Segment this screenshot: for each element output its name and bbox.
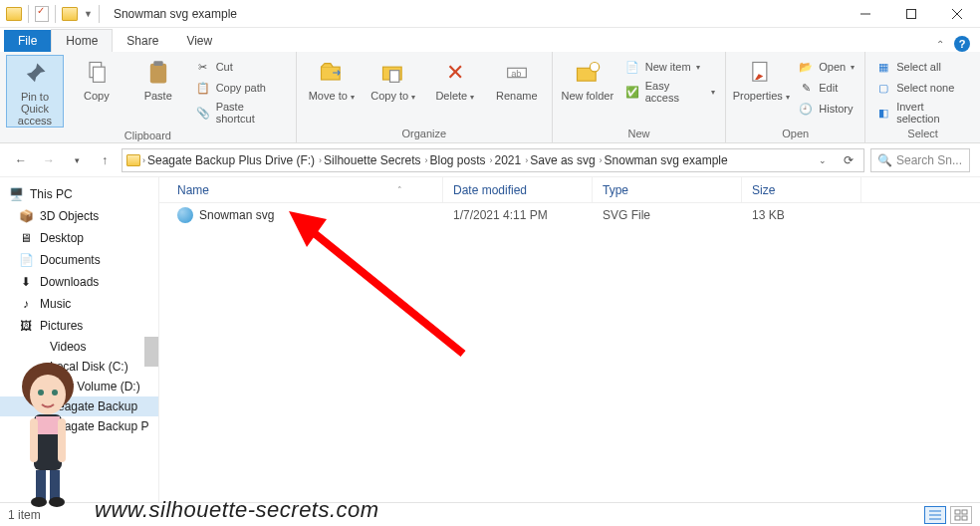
open-icon: 📂 [798, 59, 814, 75]
select-group-label: Select [871, 126, 974, 142]
select-none-button[interactable]: ▢Select none [871, 79, 974, 97]
column-type[interactable]: Type [593, 177, 742, 202]
copy-to-button[interactable]: Copy to ▾ [365, 55, 422, 102]
column-size[interactable]: Size [742, 177, 861, 202]
paste-shortcut-button[interactable]: 📎Paste shortcut [191, 100, 290, 126]
tree-item[interactable]: Local Disk (C:) [0, 357, 158, 377]
app-icon [6, 7, 22, 21]
breadcrumb[interactable]: Seagate Backup Plus Drive (F:)› [147, 153, 322, 167]
breadcrumb[interactable]: Save as svg› [530, 153, 602, 167]
tree-item[interactable]: 📄Documents [0, 249, 158, 271]
svg-point-14 [590, 63, 599, 72]
address-bar[interactable]: › Seagate Backup Plus Drive (F:)› Silhou… [122, 148, 864, 172]
forward-button[interactable]: → [38, 149, 60, 171]
search-input[interactable]: 🔍 Search Sn... [870, 148, 970, 172]
rename-icon: ab [503, 59, 531, 87]
file-name: Snowman svg [199, 208, 274, 222]
separator [99, 5, 100, 23]
minimize-button[interactable] [843, 0, 888, 28]
move-to-icon [318, 59, 346, 87]
paste-label: Paste [144, 90, 172, 102]
breadcrumb[interactable]: Snowman svg example [605, 153, 728, 167]
delete-button[interactable]: ✕ Delete ▾ [426, 55, 484, 102]
invert-selection-button[interactable]: ◧Invert selection [871, 100, 974, 126]
copy-path-icon: 📋 [195, 80, 211, 96]
edit-icon: ✎ [798, 80, 814, 96]
copy-to-label: Copy to ▾ [370, 90, 415, 102]
refresh-button[interactable]: ⟳ [838, 149, 859, 171]
file-type: SVG File [593, 208, 742, 222]
back-button[interactable]: ← [10, 149, 32, 171]
properties-label: Properties ▾ [733, 90, 790, 102]
address-dropdown-icon[interactable]: ⌄ [812, 149, 834, 171]
select-all-button[interactable]: ▦Select all [871, 58, 974, 76]
new-folder-button[interactable]: New folder [559, 55, 616, 102]
svg-rect-22 [962, 516, 967, 520]
details-view-button[interactable] [924, 506, 946, 524]
recent-locations-button[interactable]: ▾ [66, 149, 88, 171]
copy-label: Copy [84, 90, 110, 102]
edit-button[interactable]: ✎Edit [794, 79, 858, 97]
tree-item[interactable]: 🖥Desktop [0, 227, 158, 249]
desktop-icon: 🖥 [18, 230, 34, 246]
tree-item[interactable]: Seagate Backup [0, 396, 158, 416]
file-icon [177, 207, 193, 223]
tree-item[interactable]: ♪Music [0, 293, 158, 315]
tree-item[interactable]: Videos [0, 337, 158, 357]
properties-icon [747, 59, 775, 87]
svg-rect-6 [150, 64, 166, 84]
rename-button[interactable]: ab Rename [488, 55, 546, 102]
qat-properties-icon[interactable] [35, 6, 49, 22]
copy-path-button[interactable]: 📋Copy path [191, 79, 290, 97]
thumbnails-view-button[interactable] [950, 506, 972, 524]
pin-to-quick-access-button[interactable]: Pin to Quick access [6, 55, 64, 128]
move-to-button[interactable]: Move to ▾ [303, 55, 361, 102]
tab-home[interactable]: Home [51, 29, 113, 52]
file-row[interactable]: Snowman svg 1/7/2021 4:11 PM SVG File 13… [159, 203, 980, 227]
pin-icon [21, 60, 49, 88]
select-all-icon: ▦ [875, 59, 891, 75]
window-title: Snowman svg example [106, 7, 237, 21]
tab-file[interactable]: File [4, 30, 51, 52]
maximize-button[interactable] [888, 0, 934, 28]
tree-item[interactable]: ⬇Downloads [0, 271, 158, 293]
cut-button[interactable]: ✂Cut [191, 58, 290, 76]
file-list[interactable]: Name˄ Date modified Type Size Snowman sv… [159, 177, 980, 506]
scrollbar-thumb[interactable] [144, 337, 158, 367]
tree-item[interactable]: 📦3D Objects [0, 205, 158, 227]
breadcrumb[interactable]: 2021› [495, 153, 529, 167]
history-button[interactable]: 🕘History [794, 100, 858, 118]
clipboard-group-label: Clipboard [6, 128, 290, 144]
column-name[interactable]: Name˄ [159, 177, 443, 202]
tree-item[interactable]: New Volume (D:) [0, 377, 158, 396]
column-date[interactable]: Date modified [443, 177, 593, 202]
close-button[interactable] [934, 0, 980, 28]
breadcrumb[interactable]: Silhouette Secrets› [324, 153, 427, 167]
up-button[interactable]: ↑ [94, 149, 116, 171]
paste-button[interactable]: Paste [129, 55, 187, 102]
qat-new-folder-icon[interactable] [62, 7, 78, 21]
properties-button[interactable]: Properties ▾ [732, 55, 790, 102]
tree-item[interactable]: 🖼Pictures [0, 315, 158, 337]
navigation-pane[interactable]: 🖥️ This PC 📦3D Objects 🖥Desktop 📄Documen… [0, 177, 159, 506]
svg-text:ab: ab [511, 69, 521, 79]
qat-customize-icon[interactable]: ▼ [84, 9, 93, 19]
help-icon[interactable]: ? [954, 36, 970, 52]
history-icon: 🕘 [798, 101, 814, 117]
documents-icon: 📄 [18, 252, 34, 268]
open-group-label: Open [732, 126, 858, 142]
new-item-button[interactable]: 📄New item ▾ [620, 58, 720, 76]
copy-button[interactable]: Copy [68, 55, 125, 102]
ribbon-collapse-icon[interactable]: ⌃ [936, 39, 944, 50]
easy-access-button[interactable]: ✅Easy access ▾ [620, 79, 720, 105]
chevron-right-icon[interactable]: › [142, 155, 145, 165]
pictures-icon: 🖼 [18, 318, 34, 334]
breadcrumb[interactable]: Blog posts› [429, 153, 492, 167]
separator [28, 5, 29, 23]
tab-view[interactable]: View [172, 30, 226, 52]
tree-item[interactable]: Seagate Backup P [0, 416, 158, 436]
music-icon: ♪ [18, 296, 34, 312]
tree-this-pc[interactable]: 🖥️ This PC [0, 183, 158, 205]
tab-share[interactable]: Share [113, 30, 172, 52]
open-button[interactable]: 📂Open ▾ [794, 58, 858, 76]
